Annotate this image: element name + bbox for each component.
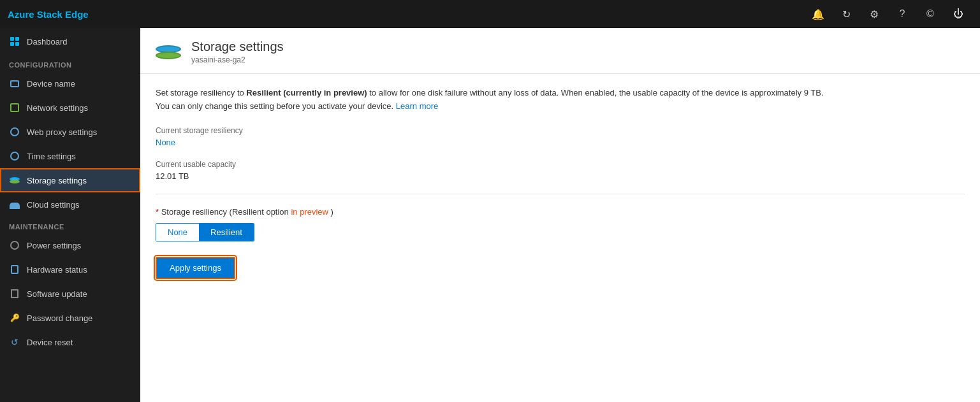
- sidebar-item-cloud-settings[interactable]: Cloud settings: [0, 192, 140, 217]
- refresh-icon-btn[interactable]: ↻: [832, 0, 860, 28]
- page-header-text: Storage settings yasaini-ase-ga2: [191, 39, 284, 64]
- storage-header-icon: [156, 45, 181, 59]
- dashboard-icon: [9, 36, 20, 47]
- web-proxy-icon: [9, 126, 20, 138]
- sidebar-item-time-settings[interactable]: Time settings: [0, 144, 140, 168]
- desc-part3: You can only change this setting before …: [156, 101, 396, 111]
- sidebar-item-label: Device name: [27, 79, 75, 89]
- cloud-icon: [9, 199, 20, 210]
- current-capacity-group: Current usable capacity 12.01 TB: [156, 160, 965, 181]
- sidebar-item-power-settings[interactable]: Power settings: [0, 233, 140, 257]
- none-option-button[interactable]: None: [156, 224, 199, 241]
- sidebar-item-label: Password change: [27, 313, 92, 323]
- sidebar-item-hardware-status[interactable]: Hardware status: [0, 257, 140, 282]
- sidebar-item-label: Power settings: [27, 241, 81, 250]
- sidebar-item-password-change[interactable]: 🔑 Password change: [0, 306, 140, 330]
- page-subtitle: yasaini-ase-ga2: [191, 55, 284, 64]
- hardware-icon: [9, 264, 20, 275]
- sidebar: Dashboard CONFIGURATION Device name Netw…: [0, 28, 140, 402]
- help-icon-btn[interactable]: ?: [888, 0, 916, 28]
- resiliency-field-label: * Storage resiliency (Resilient option i…: [156, 207, 965, 217]
- description-paragraph: Set storage resiliency to Resilient (cur…: [156, 87, 857, 113]
- time-icon: [9, 150, 20, 162]
- info-icon-btn[interactable]: ©: [916, 0, 944, 28]
- sidebar-item-label: Hardware status: [27, 265, 87, 275]
- page-title: Storage settings: [191, 39, 284, 54]
- current-capacity-value: 12.01 TB: [156, 171, 965, 181]
- sidebar-item-label: Cloud settings: [27, 200, 79, 210]
- section-divider: [156, 194, 965, 194]
- current-resiliency-group: Current storage resiliency None: [156, 126, 965, 147]
- main-layout: Dashboard CONFIGURATION Device name Netw…: [0, 28, 980, 402]
- password-icon: 🔑: [9, 312, 20, 324]
- apply-settings-container: Apply settings: [156, 257, 965, 279]
- sidebar-item-device-name[interactable]: Device name: [0, 71, 140, 96]
- dashboard-label: Dashboard: [27, 37, 68, 47]
- content-body: Set storage resiliency to Resilient (cur…: [140, 74, 980, 292]
- power-icon-btn[interactable]: ⏻: [944, 0, 972, 28]
- sidebar-item-storage-settings[interactable]: Storage settings: [0, 168, 140, 192]
- app-brand: Azure Stack Edge: [8, 9, 89, 20]
- sidebar-item-label: Network settings: [27, 103, 88, 113]
- current-resiliency-label: Current storage resiliency: [156, 126, 965, 135]
- apply-settings-button[interactable]: Apply settings: [156, 257, 235, 279]
- notification-icon-btn[interactable]: 🔔: [804, 0, 832, 28]
- config-section-label: CONFIGURATION: [0, 55, 140, 71]
- storage-icon: [9, 175, 20, 186]
- desc-bold: Resilient (currently in preview): [246, 88, 367, 97]
- sidebar-item-web-proxy-settings[interactable]: Web proxy settings: [0, 120, 140, 144]
- sidebar-item-label: Time settings: [27, 152, 76, 161]
- device-name-icon: [9, 78, 20, 89]
- sidebar-item-network-settings[interactable]: Network settings: [0, 96, 140, 120]
- desc-part1: Set storage resiliency to: [156, 88, 246, 97]
- sidebar-item-dashboard[interactable]: Dashboard: [0, 28, 140, 55]
- sidebar-item-label: Storage settings: [27, 176, 87, 185]
- current-resiliency-value: None: [156, 138, 965, 147]
- sidebar-item-label: Software update: [27, 289, 87, 299]
- software-update-icon: [9, 288, 20, 299]
- network-icon: [9, 102, 20, 113]
- page-header: Storage settings yasaini-ase-ga2: [140, 28, 980, 74]
- current-capacity-label: Current usable capacity: [156, 160, 965, 169]
- sidebar-item-device-reset[interactable]: ↺ Device reset: [0, 330, 140, 354]
- topbar: Azure Stack Edge 🔔 ↻ ⚙ ? © ⏻: [0, 0, 980, 28]
- desc-part2: to allow for one disk failure without an…: [367, 88, 824, 97]
- maintenance-section-label: MAINTENANCE: [0, 217, 140, 233]
- settings-icon-btn[interactable]: ⚙: [860, 0, 888, 28]
- sidebar-item-label: Device reset: [27, 338, 73, 347]
- resiliency-toggle-group: None Resilient: [156, 223, 254, 241]
- power-settings-icon: [9, 240, 20, 251]
- content-area: Storage settings yasaini-ase-ga2 Set sto…: [140, 28, 980, 402]
- resilient-option-button[interactable]: Resilient: [199, 224, 254, 241]
- learn-more-link[interactable]: Learn more: [396, 101, 438, 111]
- sidebar-item-label: Web proxy settings: [27, 127, 97, 137]
- sidebar-item-software-update[interactable]: Software update: [0, 282, 140, 306]
- device-reset-icon: ↺: [9, 336, 20, 348]
- topbar-icon-group: 🔔 ↻ ⚙ ? © ⏻: [804, 0, 972, 28]
